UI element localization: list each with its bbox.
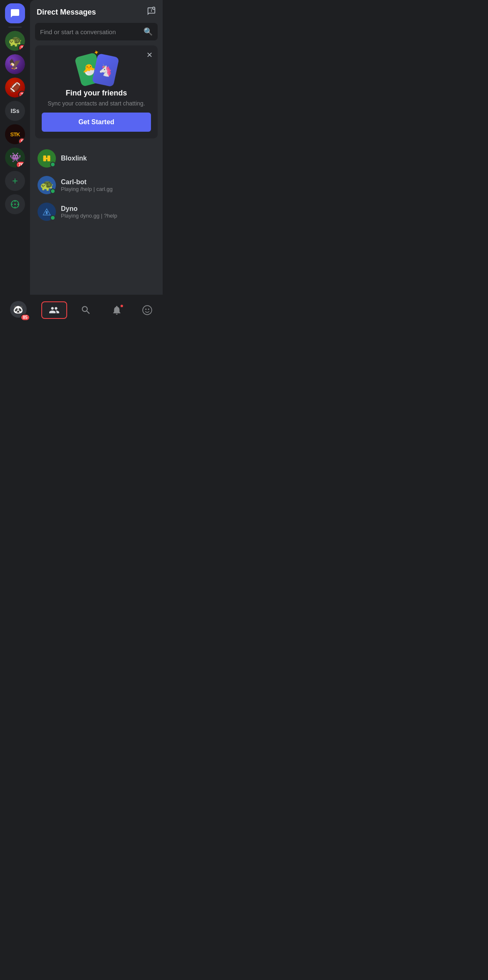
dyno-status-dot [50, 215, 55, 221]
dyno-name: Dyno [61, 205, 155, 213]
dm-header: Direct Messages [30, 0, 163, 23]
carlbot-info: Carl-bot Playing /help | carl.gg [61, 178, 155, 192]
dm-item-bloxlink[interactable]: Bloxlink [33, 145, 160, 172]
sidebar-item-war-defend[interactable]: 👾 76 [5, 148, 25, 168]
bloxlink-info: Bloxlink [61, 155, 155, 162]
sidebar-item-cosmic[interactable]: 🦅 [5, 54, 25, 74]
dyno-status: Playing dyno.gg | ?help [61, 213, 155, 219]
dyno-avatar-wrapper [38, 203, 56, 221]
profile-nav-icon [142, 305, 153, 316]
nav-item-friends[interactable] [41, 301, 67, 319]
svg-point-17 [145, 308, 146, 310]
dm-item-dyno[interactable]: Dyno Playing dyno.gg | ?help [33, 198, 160, 225]
dm-list: Bloxlink 🐢 Carl-bot Playing /help | carl… [30, 145, 163, 295]
carlbot-avatar-wrapper: 🐢 [38, 176, 56, 194]
sidebar-item-football[interactable]: 🏈 3 [5, 78, 25, 98]
nav-item-profile[interactable] [135, 302, 159, 318]
sidebar-dm-button[interactable] [5, 3, 25, 23]
carlbot-name: Carl-bot [61, 178, 155, 186]
svg-rect-15 [46, 211, 48, 214]
svg-point-18 [148, 308, 149, 310]
svg-point-4 [18, 204, 19, 205]
add-server-button[interactable]: + [5, 171, 25, 191]
bloxlink-status-dot [50, 162, 55, 167]
find-friends-card: ✕ 🐣 ✦ 🦄 Find your friends Sync your cont… [35, 45, 158, 138]
badge-turtle: 1 [18, 44, 25, 51]
new-dm-icon [147, 7, 156, 16]
app-container: 🐢 1 🦅 🏈 3 ISs STK [0, 0, 163, 327]
dm-title: Direct Messages [37, 8, 96, 17]
sidebar: 🐢 1 🦅 🏈 3 ISs STK [0, 0, 30, 295]
get-started-button[interactable]: Get Started [42, 113, 151, 132]
search-icon: 🔍 [143, 27, 153, 36]
badge-war-defend: 76 [16, 161, 25, 168]
svg-point-16 [143, 306, 152, 315]
user-avatar: 🐼 85 [10, 301, 28, 319]
main-content: 🐢 1 🦅 🏈 3 ISs STK [0, 0, 163, 295]
discover-button[interactable] [5, 194, 25, 214]
sidebar-divider [8, 27, 22, 28]
find-friends-title: Find your friends [42, 89, 151, 98]
friends-nav-icon [49, 305, 60, 316]
dm-item-carlbot[interactable]: 🐢 Carl-bot Playing /help | carl.gg [33, 172, 160, 198]
close-card-button[interactable]: ✕ [146, 50, 153, 60]
discover-icon [10, 199, 20, 209]
user-avatar-nav-item[interactable]: 🐼 85 [3, 298, 35, 322]
carlbot-status-dot [50, 188, 55, 194]
badge-stk: 5 [18, 138, 25, 144]
friends-illustration: 🐣 ✦ 🦄 [42, 52, 151, 85]
new-dm-button[interactable] [147, 7, 156, 18]
search-placeholder: Find or start a conversation [40, 28, 140, 35]
sidebar-item-stk[interactable]: STK 5 [5, 124, 25, 144]
bottom-nav: 🐼 85 [0, 295, 163, 327]
nav-item-search[interactable] [74, 302, 98, 318]
find-friends-subtitle: Sync your contacts and start chatting. [42, 100, 151, 107]
search-bar[interactable]: Find or start a conversation 🔍 [35, 23, 158, 40]
svg-point-3 [12, 204, 13, 205]
search-nav-icon [80, 305, 91, 316]
dm-panel: Direct Messages Find or start a conversa… [30, 0, 163, 295]
plus-icon: + [12, 175, 18, 187]
sidebar-item-turtle[interactable]: 🐢 1 [5, 31, 25, 51]
nav-item-notifications[interactable] [105, 302, 129, 318]
message-icon [10, 8, 20, 18]
badge-football: 3 [18, 91, 25, 98]
svg-point-0 [14, 203, 16, 205]
bloxlink-avatar-wrapper [38, 149, 56, 168]
svg-point-2 [15, 207, 16, 208]
svg-rect-11 [43, 158, 50, 160]
sidebar-item-iss[interactable]: ISs [5, 101, 25, 121]
dyno-info: Dyno Playing dyno.gg | ?help [61, 205, 155, 219]
carlbot-status: Playing /help | carl.gg [61, 186, 155, 192]
svg-point-1 [15, 201, 16, 202]
bloxlink-name: Bloxlink [61, 155, 155, 162]
user-avatar-badge: 85 [20, 314, 30, 321]
notification-dot [120, 304, 124, 308]
